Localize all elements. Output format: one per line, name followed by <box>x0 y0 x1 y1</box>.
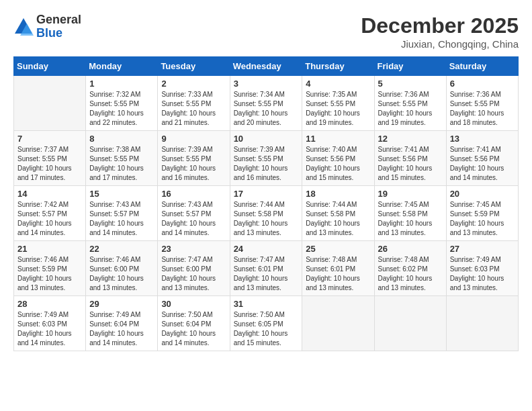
day-info: Sunrise: 7:46 AM Sunset: 6:00 PM Dayligh… <box>89 255 154 293</box>
day-number: 25 <box>306 244 370 254</box>
day-info: Sunrise: 7:45 AM Sunset: 5:59 PM Dayligh… <box>450 200 515 238</box>
calendar-cell: 26Sunrise: 7:48 AM Sunset: 6:02 PM Dayli… <box>374 241 446 296</box>
day-number: 14 <box>17 189 82 199</box>
day-number: 20 <box>450 189 515 199</box>
weekday-header: Monday <box>86 57 158 76</box>
day-info: Sunrise: 7:43 AM Sunset: 5:57 PM Dayligh… <box>89 200 154 238</box>
calendar-cell: 27Sunrise: 7:49 AM Sunset: 6:03 PM Dayli… <box>446 241 518 296</box>
logo-general-text: General <box>36 13 81 27</box>
day-number: 4 <box>306 79 370 89</box>
month-title: December 2025 <box>361 13 519 38</box>
day-number: 3 <box>234 79 299 89</box>
weekday-header: Saturday <box>446 57 518 76</box>
calendar-week-row: 7Sunrise: 7:37 AM Sunset: 5:55 PM Daylig… <box>14 131 519 186</box>
day-info: Sunrise: 7:40 AM Sunset: 5:56 PM Dayligh… <box>306 145 370 183</box>
day-info: Sunrise: 7:39 AM Sunset: 5:55 PM Dayligh… <box>234 145 299 183</box>
day-number: 5 <box>378 79 443 89</box>
page-header: General Blue December 2025 Jiuxian, Chon… <box>13 13 519 50</box>
day-info: Sunrise: 7:32 AM Sunset: 5:55 PM Dayligh… <box>89 90 154 128</box>
day-info: Sunrise: 7:39 AM Sunset: 5:55 PM Dayligh… <box>161 145 226 183</box>
calendar-cell: 19Sunrise: 7:45 AM Sunset: 5:58 PM Dayli… <box>374 186 446 241</box>
calendar-cell: 14Sunrise: 7:42 AM Sunset: 5:57 PM Dayli… <box>14 186 86 241</box>
day-number: 1 <box>89 79 154 89</box>
day-info: Sunrise: 7:36 AM Sunset: 5:55 PM Dayligh… <box>450 90 515 128</box>
calendar-cell: 3Sunrise: 7:34 AM Sunset: 5:55 PM Daylig… <box>230 76 302 131</box>
logo-blue-text: Blue <box>36 27 81 40</box>
day-number: 23 <box>161 244 226 254</box>
day-info: Sunrise: 7:44 AM Sunset: 5:58 PM Dayligh… <box>234 200 299 238</box>
day-number: 31 <box>234 299 299 309</box>
calendar-cell: 12Sunrise: 7:41 AM Sunset: 5:56 PM Dayli… <box>374 131 446 186</box>
day-info: Sunrise: 7:42 AM Sunset: 5:57 PM Dayligh… <box>17 200 82 238</box>
title-block: December 2025 Jiuxian, Chongqing, China <box>361 13 519 50</box>
calendar-cell: 7Sunrise: 7:37 AM Sunset: 5:55 PM Daylig… <box>14 131 86 186</box>
day-number: 13 <box>450 134 515 144</box>
weekday-header: Tuesday <box>158 57 230 76</box>
day-number: 2 <box>161 79 226 89</box>
calendar-cell: 23Sunrise: 7:47 AM Sunset: 6:00 PM Dayli… <box>158 241 230 296</box>
calendar-cell: 13Sunrise: 7:41 AM Sunset: 5:56 PM Dayli… <box>446 131 518 186</box>
location-text: Jiuxian, Chongqing, China <box>361 38 519 50</box>
day-info: Sunrise: 7:49 AM Sunset: 6:03 PM Dayligh… <box>17 310 82 348</box>
calendar-cell: 2Sunrise: 7:33 AM Sunset: 5:55 PM Daylig… <box>158 76 230 131</box>
day-number: 7 <box>17 134 82 144</box>
day-info: Sunrise: 7:45 AM Sunset: 5:58 PM Dayligh… <box>378 200 443 238</box>
calendar-cell: 6Sunrise: 7:36 AM Sunset: 5:55 PM Daylig… <box>446 76 518 131</box>
day-info: Sunrise: 7:47 AM Sunset: 6:01 PM Dayligh… <box>234 255 299 293</box>
day-number: 28 <box>17 299 82 309</box>
calendar-cell: 17Sunrise: 7:44 AM Sunset: 5:58 PM Dayli… <box>230 186 302 241</box>
weekday-header: Sunday <box>14 57 86 76</box>
day-number: 19 <box>378 189 443 199</box>
calendar-cell: 31Sunrise: 7:50 AM Sunset: 6:05 PM Dayli… <box>230 296 302 351</box>
day-number: 22 <box>89 244 154 254</box>
calendar-table: SundayMondayTuesdayWednesdayThursdayFrid… <box>13 56 519 351</box>
day-number: 17 <box>234 189 299 199</box>
weekday-header: Wednesday <box>230 57 302 76</box>
day-info: Sunrise: 7:35 AM Sunset: 5:55 PM Dayligh… <box>306 90 370 128</box>
weekday-header: Friday <box>374 57 446 76</box>
calendar-cell: 20Sunrise: 7:45 AM Sunset: 5:59 PM Dayli… <box>446 186 518 241</box>
day-info: Sunrise: 7:34 AM Sunset: 5:55 PM Dayligh… <box>234 90 299 128</box>
calendar-cell: 29Sunrise: 7:49 AM Sunset: 6:04 PM Dayli… <box>86 296 158 351</box>
calendar-cell <box>14 76 86 131</box>
day-number: 8 <box>89 134 154 144</box>
logo-icon <box>13 17 34 37</box>
day-number: 15 <box>89 189 154 199</box>
day-number: 27 <box>450 244 515 254</box>
calendar-cell: 30Sunrise: 7:50 AM Sunset: 6:04 PM Dayli… <box>158 296 230 351</box>
day-info: Sunrise: 7:41 AM Sunset: 5:56 PM Dayligh… <box>450 145 515 183</box>
calendar-week-row: 21Sunrise: 7:46 AM Sunset: 5:59 PM Dayli… <box>14 241 519 296</box>
calendar-cell: 18Sunrise: 7:44 AM Sunset: 5:58 PM Dayli… <box>302 186 374 241</box>
day-info: Sunrise: 7:50 AM Sunset: 6:05 PM Dayligh… <box>234 310 299 348</box>
calendar-cell: 25Sunrise: 7:48 AM Sunset: 6:01 PM Dayli… <box>302 241 374 296</box>
calendar-week-row: 14Sunrise: 7:42 AM Sunset: 5:57 PM Dayli… <box>14 186 519 241</box>
calendar-cell: 21Sunrise: 7:46 AM Sunset: 5:59 PM Dayli… <box>14 241 86 296</box>
calendar-cell: 9Sunrise: 7:39 AM Sunset: 5:55 PM Daylig… <box>158 131 230 186</box>
calendar-cell: 15Sunrise: 7:43 AM Sunset: 5:57 PM Dayli… <box>86 186 158 241</box>
day-info: Sunrise: 7:46 AM Sunset: 5:59 PM Dayligh… <box>17 255 82 293</box>
day-info: Sunrise: 7:38 AM Sunset: 5:55 PM Dayligh… <box>89 145 154 183</box>
day-number: 30 <box>161 299 226 309</box>
day-number: 10 <box>234 134 299 144</box>
calendar-cell <box>446 296 518 351</box>
calendar-week-row: 1Sunrise: 7:32 AM Sunset: 5:55 PM Daylig… <box>14 76 519 131</box>
calendar-cell: 10Sunrise: 7:39 AM Sunset: 5:55 PM Dayli… <box>230 131 302 186</box>
calendar-cell: 11Sunrise: 7:40 AM Sunset: 5:56 PM Dayli… <box>302 131 374 186</box>
day-info: Sunrise: 7:47 AM Sunset: 6:00 PM Dayligh… <box>161 255 226 293</box>
calendar-cell: 22Sunrise: 7:46 AM Sunset: 6:00 PM Dayli… <box>86 241 158 296</box>
calendar-cell <box>302 296 374 351</box>
day-number: 24 <box>234 244 299 254</box>
calendar-week-row: 28Sunrise: 7:49 AM Sunset: 6:03 PM Dayli… <box>14 296 519 351</box>
day-info: Sunrise: 7:49 AM Sunset: 6:03 PM Dayligh… <box>450 255 515 293</box>
day-info: Sunrise: 7:37 AM Sunset: 5:55 PM Dayligh… <box>17 145 82 183</box>
calendar-cell: 24Sunrise: 7:47 AM Sunset: 6:01 PM Dayli… <box>230 241 302 296</box>
weekday-header: Thursday <box>302 57 374 76</box>
calendar-cell: 16Sunrise: 7:43 AM Sunset: 5:57 PM Dayli… <box>158 186 230 241</box>
day-number: 18 <box>306 189 370 199</box>
day-info: Sunrise: 7:50 AM Sunset: 6:04 PM Dayligh… <box>161 310 226 348</box>
day-number: 21 <box>17 244 82 254</box>
calendar-cell <box>374 296 446 351</box>
day-info: Sunrise: 7:48 AM Sunset: 6:01 PM Dayligh… <box>306 255 370 293</box>
day-info: Sunrise: 7:41 AM Sunset: 5:56 PM Dayligh… <box>378 145 443 183</box>
calendar-cell: 5Sunrise: 7:36 AM Sunset: 5:55 PM Daylig… <box>374 76 446 131</box>
